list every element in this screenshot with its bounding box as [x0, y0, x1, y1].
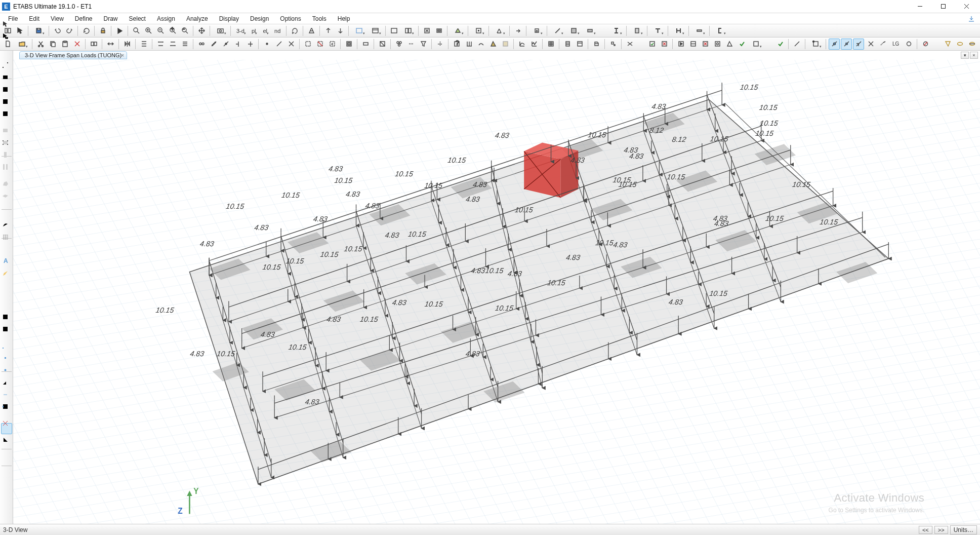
run-analysis-button[interactable] — [114, 25, 125, 36]
merge-joints-icon[interactable] — [196, 39, 207, 50]
multi-window-icon[interactable] — [400, 25, 416, 36]
lock-icon[interactable] — [97, 25, 108, 36]
drawing-canvas[interactable]: Y Z 10.154.8310.1510.1510.154.8310.158.1… — [13, 60, 980, 524]
cut-icon[interactable] — [35, 39, 46, 50]
align-icon[interactable] — [138, 39, 149, 50]
menu-select[interactable]: Select — [124, 14, 151, 23]
menu-define[interactable]: Define — [70, 14, 98, 23]
move-up-icon[interactable] — [322, 25, 334, 36]
zoom-in-icon[interactable]: + — [167, 25, 178, 36]
i-section-icon[interactable] — [608, 25, 624, 36]
local-axes-icon[interactable] — [492, 25, 507, 36]
copy-icon[interactable] — [47, 39, 58, 50]
rotate-3d-icon[interactable] — [289, 25, 300, 36]
trim-icon[interactable] — [232, 39, 243, 50]
menu-view[interactable]: View — [46, 14, 69, 23]
sel-obj-type-icon[interactable] — [360, 39, 371, 50]
view-close-button[interactable]: × — [970, 52, 978, 59]
ortho-icon[interactable] — [1, 469, 12, 480]
menu-options[interactable]: Options — [275, 14, 306, 23]
sel-section-icon[interactable] — [377, 39, 388, 50]
tab-close-icon[interactable]: × — [119, 52, 126, 59]
zoom-out-icon[interactable]: - — [179, 25, 190, 36]
design-dd-icon[interactable] — [748, 39, 763, 50]
menu-edit[interactable]: Edit — [24, 14, 45, 23]
snap-line-icon[interactable] — [791, 39, 802, 50]
tab-icon[interactable] — [574, 39, 585, 50]
wall-icon[interactable] — [566, 25, 581, 36]
mirror-icon[interactable] — [121, 39, 133, 50]
design-int-icon[interactable] — [724, 39, 735, 50]
channel-section-icon[interactable] — [712, 25, 727, 36]
dim-bot-icon[interactable] — [167, 39, 178, 50]
screenshot-icon[interactable] — [213, 25, 228, 36]
assign-load3-icon[interactable] — [966, 39, 977, 50]
slab-icon[interactable] — [582, 25, 597, 36]
rubber-zoom-icon[interactable] — [131, 25, 142, 36]
move-down-icon[interactable] — [335, 25, 346, 36]
snap-mid-icon[interactable] — [841, 39, 852, 50]
show-energy-icon[interactable] — [500, 39, 511, 50]
check-model-a-icon[interactable] — [646, 39, 658, 50]
point-icon[interactable] — [261, 39, 272, 50]
rect-section-icon[interactable] — [629, 25, 644, 36]
undef-sel-icon[interactable] — [434, 39, 445, 50]
perspective-icon[interactable] — [306, 25, 317, 36]
assign-load2-icon[interactable] — [954, 39, 965, 50]
set-view-options-icon[interactable] — [368, 25, 383, 36]
show-forces-icon[interactable] — [487, 39, 499, 50]
snap-check-icon[interactable] — [774, 39, 786, 50]
close-button[interactable] — [955, 0, 978, 13]
shrink-icon[interactable] — [421, 25, 432, 36]
save-button[interactable] — [31, 25, 46, 36]
show-undef-icon[interactable]: ? — [451, 39, 462, 50]
resp-spect-icon[interactable] — [516, 39, 527, 50]
section-up-icon[interactable] — [529, 25, 544, 36]
snap-circ-icon[interactable] — [903, 39, 914, 50]
replicate-icon[interactable] — [88, 39, 99, 50]
show-tables-icon[interactable] — [545, 39, 556, 50]
arrow1-icon[interactable] — [512, 25, 523, 36]
pan-icon[interactable] — [196, 25, 207, 36]
status-units-button[interactable]: Units… — [950, 525, 977, 534]
design-ow-icon[interactable] — [687, 39, 699, 50]
redo-button[interactable] — [64, 25, 75, 36]
refresh-icon[interactable] — [80, 25, 92, 36]
inv-sel-icon[interactable] — [343, 39, 354, 50]
replace-dd-icon[interactable] — [591, 39, 602, 50]
check-model-b-icon[interactable] — [659, 39, 670, 50]
menu-draw[interactable]: Draw — [99, 14, 123, 23]
design-opt-icon[interactable] — [712, 39, 723, 50]
snap-int-icon[interactable] — [865, 39, 876, 50]
menu-display[interactable]: Display — [214, 14, 244, 23]
sel-filter-icon[interactable] — [418, 39, 429, 50]
dim-top-icon[interactable] — [155, 39, 166, 50]
menu-assign[interactable]: Assign — [152, 14, 180, 23]
assign-load1-icon[interactable] — [942, 39, 953, 50]
extend-icon[interactable] — [244, 39, 256, 50]
menu-help[interactable]: Help — [333, 14, 355, 23]
menu-tools[interactable]: Tools — [307, 14, 332, 23]
show-deform-icon[interactable] — [475, 39, 486, 50]
extrude-icon[interactable] — [450, 25, 465, 36]
minimize-button[interactable] — [908, 0, 931, 13]
menu-analyze[interactable]: Analyze — [181, 14, 213, 23]
deck-section-icon[interactable] — [691, 25, 707, 36]
paste-icon[interactable] — [59, 39, 70, 50]
divide-frame-icon[interactable] — [208, 39, 219, 50]
snap-joint-icon[interactable] — [829, 39, 840, 50]
view-min-button[interactable]: ▾ — [961, 52, 969, 59]
h-section-icon[interactable] — [671, 25, 686, 36]
select-all-icon[interactable] — [302, 39, 313, 50]
snap-ext-icon[interactable] — [877, 39, 888, 50]
measure-icon[interactable] — [550, 25, 565, 36]
snap-end-icon[interactable] — [808, 39, 823, 50]
line-icon[interactable] — [273, 39, 284, 50]
prev-zoom-icon[interactable] — [155, 25, 166, 36]
dim-mid-icon[interactable] — [179, 39, 190, 50]
shrink-opt-icon[interactable] — [433, 25, 444, 36]
story-resp-icon[interactable] — [562, 39, 573, 50]
draw-edit-icon[interactable] — [1, 302, 12, 313]
status-next-button[interactable]: >> — [934, 526, 948, 534]
one-window-icon[interactable] — [388, 25, 399, 36]
